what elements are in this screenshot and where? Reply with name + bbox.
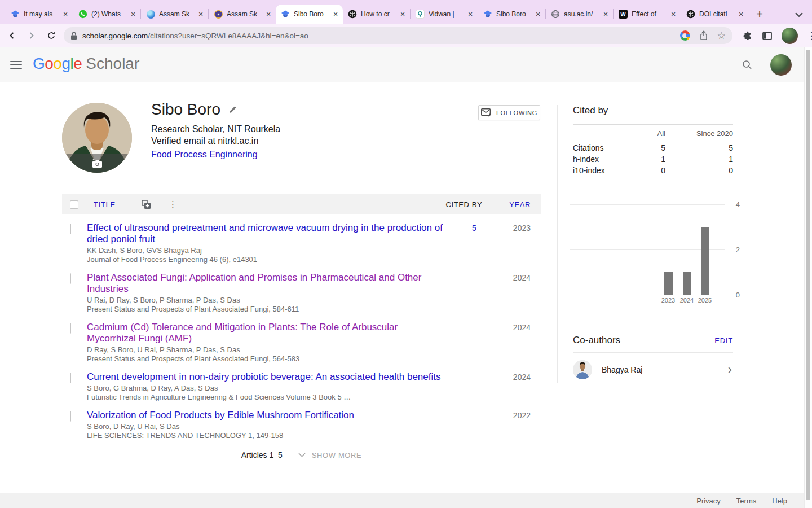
edit-name-pencil-icon[interactable]	[228, 105, 237, 114]
article-cited-count[interactable]	[451, 322, 498, 364]
tab-close-icon[interactable]: ✕	[736, 10, 745, 19]
bookmark-star-icon[interactable]: ☆	[717, 31, 726, 41]
tab-how-to-cr[interactable]: How to cr ✕	[343, 5, 410, 24]
show-more-button[interactable]: SHOW MORE	[298, 451, 361, 459]
tab-it-may-also[interactable]: It may als ✕	[6, 5, 73, 24]
google-g-icon[interactable]	[680, 30, 690, 41]
profile-name: Sibo Boro	[151, 100, 220, 119]
tab-assam-1[interactable]: Assam Sk ✕	[141, 5, 208, 24]
globe-icon	[551, 10, 560, 19]
article-checkbox[interactable]	[70, 273, 71, 284]
forward-icon[interactable]	[24, 28, 39, 43]
coauthor-chevron-icon[interactable]: ›	[728, 362, 733, 377]
tab-doi-citation[interactable]: DOI citati ✕	[681, 5, 748, 24]
chrome-profile-avatar[interactable]	[782, 28, 798, 44]
article-title-link[interactable]: Valorization of Food Products by Edible …	[87, 410, 448, 421]
address-bar[interactable]: scholar.google.com/citations?user=sQRWLe…	[64, 27, 732, 44]
scrollbar-track[interactable]	[804, 47, 812, 508]
tab-vidwan[interactable]: Vidwan | ✕	[411, 5, 478, 24]
metric-since: 0	[665, 166, 733, 175]
article-checkbox[interactable]	[70, 411, 71, 422]
article-row: Current development in non-dairy probiot…	[62, 364, 541, 402]
scholar-logo[interactable]: GoogleScholar	[33, 55, 139, 73]
article-cited-count[interactable]	[451, 371, 498, 402]
article-venue: Present Status and Prospects of Plant As…	[87, 354, 451, 364]
photo-camera-overlay[interactable]	[62, 154, 132, 173]
footer-privacy-link[interactable]: Privacy	[696, 497, 721, 505]
article-year: 2024	[498, 322, 541, 364]
tab-close-icon[interactable]: ✕	[398, 10, 407, 19]
article-checkbox[interactable]	[70, 373, 71, 383]
sort-by-year-link[interactable]: YEAR	[488, 200, 541, 209]
article-year: 2024	[498, 371, 541, 402]
new-tab-button[interactable]: +	[752, 6, 767, 22]
article-cited-count[interactable]	[451, 410, 498, 440]
tab-whatsapp[interactable]: (2) Whats ✕	[73, 5, 140, 24]
gridline	[570, 295, 725, 295]
tab-label: asu.ac.in/	[564, 10, 599, 18]
tab-list-chevron-icon[interactable]	[795, 9, 803, 19]
tab-close-icon[interactable]: ✕	[601, 10, 610, 19]
article-title-link[interactable]: Effect of ultrasound pretreatment and mi…	[87, 222, 448, 245]
tab-sibo-boro-active[interactable]: Sibo Boro ✕	[276, 5, 343, 24]
scrollbar-thumb[interactable]	[806, 50, 810, 500]
article-title-link[interactable]: Current development in non-dairy probiot…	[87, 371, 448, 383]
sidebar-divider	[557, 105, 558, 383]
tab-close-icon[interactable]: ✕	[533, 10, 542, 19]
article-cited-count[interactable]	[451, 272, 498, 314]
coauthor-name[interactable]: Bhagya Raj	[602, 365, 728, 374]
tab-close-icon[interactable]: ✕	[264, 10, 273, 19]
lock-icon	[70, 32, 77, 40]
x-tick-label: 2024	[677, 297, 696, 304]
coauthors-edit-link[interactable]: EDIT	[714, 336, 733, 345]
chart-bar-2025[interactable]	[696, 227, 713, 295]
col-all: All	[632, 129, 665, 138]
coauthor-row[interactable]: Bhagya Raj ›	[573, 360, 733, 379]
reload-icon[interactable]	[43, 28, 59, 43]
share-icon[interactable]	[699, 30, 708, 41]
article-title-link[interactable]: Plant Associated Fungi: Application and …	[87, 272, 448, 295]
tab-close-icon[interactable]: ✕	[196, 10, 205, 19]
metric-label[interactable]: h-index	[573, 155, 632, 164]
back-icon[interactable]	[4, 28, 20, 43]
hamburger-menu-icon[interactable]	[10, 61, 22, 69]
affiliation-link[interactable]: NIT Rourkela	[227, 124, 280, 134]
article-checkbox[interactable]	[70, 224, 71, 234]
interest-link[interactable]: Food Process Enginnering	[151, 150, 258, 160]
tab-sibo-boro-2[interactable]: Sibo Boro ✕	[478, 5, 545, 24]
logo-letter: o	[53, 55, 61, 72]
tab-effect-of[interactable]: W Effect of ✕	[614, 5, 681, 24]
article-title-link[interactable]: Cadmium (Cd) Tolerance and Mitigation in…	[87, 322, 448, 344]
metric-label[interactable]: i10-index	[573, 166, 632, 175]
tab-assam-2[interactable]: Assam Sk ✕	[209, 5, 276, 24]
footer-help-link[interactable]: Help	[772, 497, 787, 505]
metric-label[interactable]: Citations	[573, 143, 632, 152]
merge-articles-icon[interactable]	[142, 200, 151, 209]
tab-close-icon[interactable]: ✕	[331, 10, 340, 19]
extensions-puzzle-icon[interactable]	[739, 28, 755, 43]
scholar-icon	[483, 10, 492, 19]
metric-since: 5	[665, 143, 733, 152]
profile-photo[interactable]	[62, 103, 132, 173]
article-cited-count[interactable]: 5	[451, 222, 498, 264]
search-icon[interactable]	[742, 59, 753, 73]
swirl-icon	[146, 10, 155, 19]
article-row: Plant Associated Fungi: Application and …	[62, 264, 541, 314]
article-checkbox[interactable]	[70, 323, 71, 334]
chart-bar-2023[interactable]	[660, 272, 677, 295]
articles-more-icon[interactable]: ⋮	[169, 199, 177, 209]
tab-close-icon[interactable]: ✕	[466, 10, 475, 19]
footer-terms-link[interactable]: Terms	[736, 497, 756, 505]
tab-asu-ac-in[interactable]: asu.ac.in/ ✕	[546, 5, 613, 24]
select-all-checkbox[interactable]	[70, 200, 78, 209]
chart-bar-2024[interactable]	[678, 272, 695, 295]
tab-close-icon[interactable]: ✕	[129, 10, 138, 19]
side-panel-icon[interactable]	[759, 28, 775, 43]
scholar-account-avatar[interactable]	[770, 54, 792, 76]
chrome-menu-icon[interactable]: ⋮	[804, 28, 812, 43]
tab-close-icon[interactable]: ✕	[669, 10, 678, 19]
sort-by-title-link[interactable]: TITLE	[94, 200, 116, 209]
cited-by-title[interactable]: Cited by	[573, 105, 608, 116]
following-button[interactable]: FOLLOWING	[478, 105, 540, 120]
tab-close-icon[interactable]: ✕	[61, 10, 70, 19]
